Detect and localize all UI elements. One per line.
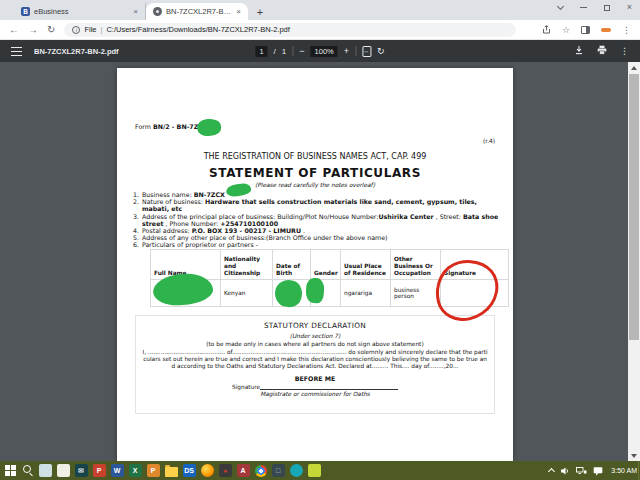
system-tray: 3:50 AM (549, 461, 637, 480)
scrollbar-thumb[interactable] (629, 74, 639, 340)
reload-button[interactable]: ↻ (47, 25, 55, 35)
statutory-declaration-section: STATUTORY DECLARATION (Under section 7) … (135, 315, 495, 414)
page-number-input[interactable]: 1 (255, 46, 267, 57)
pdf-menu-icon[interactable]: ⋮ (620, 46, 629, 56)
ds-app-icon[interactable]: DS (183, 464, 196, 477)
tray-chevron-up-icon[interactable] (548, 468, 555, 475)
start-button[interactable] (5, 465, 16, 476)
table-cell: ngarariga (341, 280, 391, 307)
firefox-icon[interactable] (201, 464, 214, 477)
fit-page-icon[interactable]: ↔ (362, 46, 371, 57)
page-total: 1 (282, 47, 286, 56)
pdf-viewer: Form BN/2 - BN-7ZC (r.4) THE REGISTRATIO… (0, 62, 640, 461)
scrollbar[interactable] (628, 62, 640, 461)
powerpoint-icon[interactable]: P (93, 464, 106, 477)
chrome-icon[interactable] (255, 465, 267, 477)
media-app-icon[interactable]: ● (219, 464, 232, 477)
word-icon[interactable]: W (111, 464, 124, 477)
table-header-cell: Usual Place of Residence (341, 250, 391, 280)
redaction-blob (196, 118, 221, 137)
address-bar[interactable]: i File | C:/Users/Fairness/Downloads/BN-… (64, 23, 516, 37)
redaction-blob (305, 277, 325, 303)
taskbar-icons: ✉PWXPDS●A□ (2, 464, 323, 477)
browser-toolbar: ← → ↻ i File | C:/Users/Fairness/Downloa… (0, 20, 640, 40)
access-icon[interactable]: A (237, 464, 250, 477)
new-tab-button[interactable]: + (252, 4, 268, 20)
pdf-page: Form BN/2 - BN-7ZC (r.4) THE REGISTRATIO… (117, 68, 513, 461)
close-window-button[interactable]: × (627, 3, 632, 12)
list-item: 1.Business name: BN-7ZCX (133, 191, 499, 198)
tab-pdf[interactable]: BN-7ZCXL2R7-BN-2.pdf × (146, 3, 248, 20)
active-app-icon[interactable] (308, 464, 321, 477)
search-icon[interactable] (21, 464, 34, 477)
revision-label: (r.4) (483, 138, 495, 144)
signature-row: Signature (232, 384, 494, 390)
scroll-up-arrow[interactable] (628, 62, 640, 73)
witness-title: Magistrate or commissioner for Oaths (136, 391, 494, 397)
photos-app-icon[interactable] (39, 464, 52, 477)
notification-icon[interactable] (593, 466, 603, 476)
volume-icon[interactable] (560, 466, 570, 476)
file-explorer-icon[interactable] (165, 467, 178, 477)
print-icon[interactable] (597, 45, 607, 57)
table-header-cell: Nationality and Citizenship (221, 250, 273, 280)
menu-icon[interactable] (11, 47, 22, 56)
clock[interactable]: 3:50 AM (611, 467, 637, 474)
before-me-label: BEFORE ME (136, 375, 494, 382)
particulars-list: 1.Business name: BN-7ZCX2.Nature of busi… (133, 191, 499, 249)
forward-button[interactable]: → (28, 25, 38, 35)
table-cell: business person (391, 280, 441, 307)
side-panel-icon[interactable] (581, 26, 590, 34)
extension-icon[interactable] (601, 28, 611, 32)
pdf-page-controls: 1 / 1 − 100% + ↔ ↻ (255, 46, 384, 57)
network-icon[interactable] (576, 466, 587, 475)
table-header-cell: Date of Birth (273, 250, 311, 280)
declaration-note: (to be made only in cases where all part… (136, 341, 494, 347)
chevron-down-icon[interactable] (557, 3, 564, 10)
zoom-out-button[interactable]: − (299, 46, 304, 56)
mail-app-icon[interactable]: ✉ (75, 464, 88, 477)
bookmark-star-icon[interactable]: ☆ (562, 25, 570, 35)
minimize-button[interactable] (580, 7, 587, 8)
sticky-notes-app-icon[interactable] (57, 464, 70, 477)
taskbar: ✉PWXPDS●A□ 3:50 AM (0, 461, 640, 480)
list-item: 5.Address of any other place of business… (133, 234, 499, 241)
address-text: C:/Users/Fairness/Downloads/BN-7ZCXL2R7-… (106, 25, 289, 34)
table-header-cell: Gender (311, 250, 341, 280)
excel-icon[interactable]: X (129, 464, 142, 477)
tab-close-icon[interactable]: × (236, 7, 241, 16)
scroll-down-arrow[interactable] (628, 450, 640, 461)
address-separator: | (100, 25, 102, 34)
tab-close-icon[interactable]: × (133, 7, 138, 16)
share-icon[interactable] (542, 25, 551, 34)
download-icon[interactable] (574, 45, 584, 57)
page-separator: / (274, 47, 276, 56)
tab-ebusiness[interactable]: B eBusiness × (14, 3, 146, 20)
maximize-button[interactable] (604, 5, 610, 11)
window-app-icon[interactable]: □ (272, 464, 285, 477)
table-header-cell: Other Business Or Occupation (391, 250, 441, 280)
divider (355, 46, 356, 56)
browser-menu-icon[interactable]: ⋮ (622, 25, 631, 35)
signature-label: Signature (232, 384, 260, 390)
toolbar-actions: ☆ ⋮ (542, 25, 631, 35)
pdf-title: BN-7ZCXL2R7-BN-2.pdf (34, 47, 119, 56)
list-item: 3.Address of the principal place of busi… (133, 213, 499, 227)
page-info-icon[interactable]: i (72, 26, 80, 34)
window-controls: × (558, 3, 632, 12)
declaration-body: I, .....................................… (142, 349, 488, 370)
publisher-icon[interactable]: P (147, 464, 160, 477)
signature-line (260, 384, 398, 390)
tab-strip: B eBusiness × BN-7ZCXL2R7-BN-2.pdf × + × (0, 0, 640, 20)
back-button[interactable]: ← (9, 25, 19, 35)
zoom-level[interactable]: 100% (311, 46, 338, 57)
rotate-icon[interactable]: ↻ (377, 46, 385, 56)
declaration-section-ref: (Under section 7) (136, 333, 494, 339)
document-title: STATEMENT OF PARTICULARS (117, 166, 513, 180)
ebusiness-favicon: B (21, 7, 30, 16)
table-cell: Kenyan (221, 280, 273, 307)
list-item: 6.Particulars of proprietor or partners … (133, 241, 499, 248)
communication-app-icon[interactable] (290, 464, 303, 477)
zoom-in-button[interactable]: + (344, 46, 349, 56)
divider (292, 46, 293, 56)
